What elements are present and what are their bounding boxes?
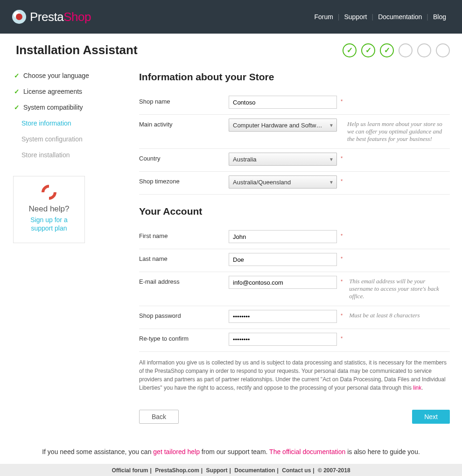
page-title: Installation Assistant [16, 43, 138, 57]
step-circle-4 [399, 43, 413, 57]
step-circle-5 [417, 43, 431, 57]
nav-documentation[interactable]: Documentation [374, 13, 426, 21]
nav-support[interactable]: Support [340, 13, 371, 21]
label-country: Country [139, 153, 229, 162]
hint-password: Must be at least 8 characters [345, 310, 450, 319]
required-marker: * [337, 253, 345, 261]
section-store-heading: Information about your Store [139, 71, 450, 83]
help-box: Need help? Sign up for a support plan [13, 176, 85, 243]
logo-icon [12, 10, 26, 24]
footer-copyright: © 2007-2018 [318, 467, 350, 474]
title-row: Installation Assistant [0, 34, 462, 62]
row-timezone: Shop timezone Australia/Queensland ▼ * [139, 172, 450, 195]
progress-indicator [343, 43, 450, 57]
row-shop-name: Shop name * [139, 92, 450, 115]
select-value: Computer Hardware and Softw… [233, 122, 322, 129]
sidebar-step-store-info: Store information [12, 115, 125, 131]
section-account-heading: Your Account [139, 206, 450, 217]
required-marker: * [337, 230, 345, 238]
select-main-activity[interactable]: Computer Hardware and Softw… ▼ [229, 119, 337, 132]
assist-post: is also here to guide you. [345, 448, 420, 455]
sidebar-step-label: License agreements [23, 88, 82, 95]
label-first-name: First name [139, 230, 229, 239]
input-first-name[interactable] [229, 230, 337, 243]
required-marker: * [337, 175, 345, 184]
input-email[interactable] [229, 276, 337, 289]
label-last-name: Last name [139, 253, 229, 262]
chevron-down-icon: ▼ [329, 123, 334, 128]
step-circle-3 [380, 43, 394, 57]
chevron-down-icon: ▼ [329, 157, 334, 162]
required-marker: * [337, 153, 345, 161]
row-first-name: First name * [139, 226, 450, 249]
label-main-activity: Main activity [139, 119, 229, 128]
required-marker: * [337, 276, 345, 284]
input-password[interactable] [229, 310, 337, 323]
sidebar-step-compat: System compatibility [12, 99, 125, 115]
input-shop-name[interactable] [229, 96, 337, 109]
official-doc-link[interactable]: The official documentation [269, 448, 345, 455]
row-country: Country Australia ▼ * [139, 149, 450, 172]
label-password-confirm: Re-type to confirm [139, 333, 229, 342]
footer-documentation[interactable]: Documentation [234, 467, 275, 474]
footer: Official forum| PrestaShop.com| Support|… [0, 464, 462, 476]
topbar: PrestaShop Forum| Support| Documentation… [0, 0, 462, 34]
nav-buttons: Back Next [139, 410, 450, 424]
help-link[interactable]: Sign up for a support plan [20, 216, 78, 232]
hint-activity: Help us learn more about your store so w… [343, 119, 450, 143]
input-password-confirm[interactable] [229, 333, 337, 346]
input-last-name[interactable] [229, 253, 337, 266]
footer-forum[interactable]: Official forum [112, 467, 148, 474]
sidebar-step-license: License agreements [12, 84, 125, 99]
tailored-help-link[interactable]: get tailored help [153, 448, 200, 455]
sidebar-step-language: Choose your language [12, 68, 125, 84]
assist-mid: from our support team. [200, 448, 269, 455]
sidebar: Choose your language License agreements … [12, 68, 134, 424]
label-email: E-mail address [139, 276, 229, 285]
step-circle-1 [343, 43, 357, 57]
steps-list: Choose your language License agreements … [12, 68, 125, 163]
logo-text: PrestaShop [30, 10, 91, 24]
assist-pre: If you need some assistance, you can [42, 448, 153, 455]
top-nav: Forum| Support| Documentation| Blog [310, 13, 450, 21]
disclaimer-body: All information you give us is collected… [139, 359, 447, 391]
select-value: Australia [233, 156, 257, 163]
step-circle-2 [361, 43, 375, 57]
footer-contact[interactable]: Contact us [282, 467, 311, 474]
next-button[interactable]: Next [412, 410, 450, 424]
row-main-activity: Main activity Computer Hardware and Soft… [139, 115, 450, 149]
required-marker: * [337, 333, 345, 341]
assistance-line: If you need some assistance, you can get… [0, 448, 462, 455]
row-password-confirm: Re-type to confirm * [139, 329, 450, 352]
back-button[interactable]: Back [139, 410, 179, 424]
footer-prestashop[interactable]: PrestaShop.com [155, 467, 199, 474]
select-value: Australia/Queensland [233, 179, 291, 186]
sidebar-step-sys-config: System configuration [12, 131, 125, 147]
chevron-down-icon: ▼ [329, 180, 334, 185]
select-timezone[interactable]: Australia/Queensland ▼ [229, 175, 337, 189]
required-marker: * [337, 310, 345, 318]
label-shop-name: Shop name [139, 96, 229, 105]
sidebar-step-label: System configuration [21, 135, 83, 143]
hint-email: This email address will be your username… [345, 276, 450, 300]
lifebuoy-icon [38, 182, 59, 203]
nav-blog[interactable]: Blog [429, 13, 450, 21]
sidebar-step-install: Store installation [12, 147, 125, 163]
help-title: Need help? [20, 204, 78, 214]
nav-forum[interactable]: Forum [310, 13, 336, 21]
sidebar-step-label: System compatibility [23, 104, 83, 111]
step-circle-6 [436, 43, 450, 57]
disclaimer-link[interactable]: link [413, 385, 421, 391]
logo[interactable]: PrestaShop [12, 10, 91, 24]
label-timezone: Shop timezone [139, 175, 229, 185]
sidebar-step-label: Store installation [21, 151, 70, 159]
sidebar-step-label: Store information [21, 119, 71, 127]
form-area: Information about your Store Shop name *… [134, 68, 450, 424]
label-password: Shop password [139, 310, 229, 319]
disclaimer-text: All information you give us is collected… [139, 358, 450, 392]
brand-part-1: Presta [30, 10, 63, 24]
select-country[interactable]: Australia ▼ [229, 153, 337, 166]
sidebar-step-label: Choose your language [23, 72, 89, 79]
row-email: E-mail address * This email address will… [139, 272, 450, 306]
footer-support[interactable]: Support [206, 467, 228, 474]
